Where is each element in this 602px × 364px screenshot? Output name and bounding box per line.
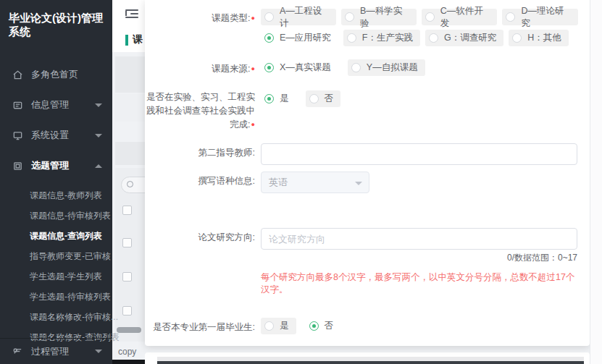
radio-topic-type-f[interactable]: F：生产实践 (343, 30, 420, 46)
topic-icon (12, 160, 23, 172)
char-counter: 0/数据范围：0~17 (261, 252, 577, 264)
field-label: 撰写语种信息: (145, 172, 261, 188)
process-icon (12, 346, 23, 357)
validation-hint: 每个研究方向最多8个汉字，最多写两个，以中英文分号分隔，总数不超过17个汉字。 (261, 271, 583, 296)
radio-label: E—应用研究 (280, 32, 331, 44)
field-label: 是否本专业第一届毕业生: (145, 318, 261, 334)
info-icon (12, 99, 23, 111)
radio-topic-type-a[interactable]: A—工程设计 (261, 9, 336, 25)
radio-label: H：其他 (527, 32, 561, 44)
radio-label: Y—自拟课题 (367, 62, 418, 74)
radio-label: 否 (325, 93, 334, 105)
sidebar-item-home[interactable]: 多角色首页 (0, 59, 112, 90)
radio-icon (429, 33, 438, 43)
radio-icon (264, 321, 274, 331)
submenu-item[interactable]: 课题名称修改-待审核... (0, 307, 112, 327)
radio-topic-type-c[interactable]: C—软件开发 (422, 9, 498, 25)
radio-checked-icon (309, 321, 319, 331)
radio-source-real-selected[interactable]: X—真实课题 (261, 59, 338, 76)
submenu-item[interactable]: 课题信息-待审核列表 (0, 206, 112, 226)
field-label: 是否在实验、实习、工程实践和社会调查等社会实践中完成:● (145, 90, 261, 132)
page-title-text: 课 (133, 33, 143, 46)
language-select[interactable]: 英语 (261, 172, 369, 193)
chevron-down-icon (95, 103, 102, 107)
research-direction-input[interactable] (261, 228, 577, 250)
form-row-practice: 是否在实验、实习、工程实践和社会调查等社会实践中完成:● 是 否 (145, 90, 583, 132)
radio-icon (425, 12, 435, 22)
radio-practice-yes-selected[interactable]: 是 (261, 90, 296, 107)
form-row-research-dir: 论文研究方向: 0/数据范围：0~17 每个研究方向最多8个汉字，最多写两个，以… (145, 228, 583, 296)
radio-topic-type-d[interactable]: D—理论研究 (502, 9, 578, 25)
horizontal-scrollbar-thumb[interactable] (117, 327, 141, 333)
radio-practice-no[interactable]: 否 (306, 90, 341, 107)
radio-checked-icon (264, 33, 274, 43)
language-select-value: 英语 (269, 176, 288, 189)
radio-label: 是 (280, 320, 289, 332)
radio-label: F：生产实践 (362, 32, 413, 44)
radio-topic-type-b[interactable]: B—科学实验 (341, 9, 417, 25)
sidebar-item-label: 多角色首页 (31, 68, 78, 81)
radio-label: D—理论研究 (521, 5, 571, 30)
chevron-down-icon (355, 182, 362, 185)
form-row-first-grad: 是否本专业第一届毕业生: 是 否 (145, 318, 583, 339)
radio-icon (309, 94, 319, 103)
radio-icon (506, 12, 515, 22)
title-accent-bar (125, 35, 128, 46)
radio-icon (351, 63, 361, 72)
radio-label: B—科学实验 (360, 5, 409, 30)
radio-label: C—软件开发 (440, 5, 490, 30)
sidebar-item-label: 系统设置 (31, 129, 69, 142)
radio-label: 是 (280, 93, 289, 105)
radio-topic-type-h[interactable]: H：其他 (509, 30, 569, 46)
submenu-topics: 课题信息-教师列表 课题信息-待审核列表 课题信息-查询列表 指导教师变更-已审… (0, 181, 112, 353)
row-checkbox[interactable] (122, 306, 132, 316)
radio-topic-type-e-selected[interactable]: E—应用研究 (261, 30, 338, 46)
row-checkbox[interactable] (122, 206, 132, 215)
radio-first-grad-no-selected[interactable]: 否 (306, 318, 341, 334)
radio-first-grad-yes[interactable]: 是 (261, 318, 296, 334)
field-label: 论文研究方向: (145, 228, 261, 245)
search-icon (127, 181, 133, 187)
form-row-topic-source: 课题来源:● X—真实课题 Y—自拟课题 (145, 59, 583, 80)
radio-label: 否 (325, 320, 334, 332)
sidebar-item-label: 选题管理 (31, 159, 69, 172)
radio-source-self[interactable]: Y—自拟课题 (348, 59, 425, 76)
sidebar-item-topics[interactable]: 选题管理 (0, 151, 112, 181)
submenu-item[interactable]: 学生选题-学生列表 (0, 266, 112, 287)
topic-edit-dialog: 课题类型:● A—工程设计 B—科学实验 C—软件开发 D—理论研究 E—应用研… (145, 0, 590, 346)
submenu-item[interactable]: 指导教师变更-已审核 (0, 246, 112, 266)
vertical-scrollbar[interactable] (590, 0, 602, 364)
row-checkbox[interactable] (122, 238, 132, 247)
sidebar: 毕业论文(设计)管理系统 多角色首页 信息管理 系统设置 选题 (0, 0, 112, 364)
radio-icon (345, 12, 354, 22)
radio-label: A—工程设计 (280, 5, 329, 30)
radio-topic-type-g[interactable]: G：调查研究 (425, 30, 503, 46)
required-dot: ● (251, 14, 255, 22)
copyright-text: copy (118, 347, 136, 357)
field-label: 课题来源:● (145, 59, 261, 76)
radio-icon (264, 12, 274, 22)
radio-label: X—真实课题 (280, 62, 331, 74)
form-row-language: 撰写语种信息: 英语 (145, 172, 583, 193)
radio-checked-icon (264, 94, 274, 103)
row-checkbox[interactable] (122, 272, 132, 282)
page-title: 课 (125, 33, 143, 46)
radio-checked-icon (264, 63, 274, 72)
radio-label: G：调查研究 (444, 32, 496, 44)
required-dot: ● (251, 121, 255, 128)
sidebar-item-label: 过程管理 (31, 345, 69, 358)
sidebar-item-process[interactable]: 过程管理 (0, 338, 112, 364)
submenu-item[interactable]: 学生选题-待审核列表 (0, 287, 112, 307)
radio-icon (512, 33, 522, 43)
sidebar-item-info[interactable]: 信息管理 (0, 90, 112, 120)
lower-panel (145, 352, 590, 364)
lower-panel-header-dark (157, 361, 584, 364)
submenu-item[interactable]: 课题信息-教师列表 (0, 185, 112, 206)
radio-icon (347, 33, 356, 43)
submenu-item-active[interactable]: 课题信息-查询列表 (0, 226, 112, 246)
sidebar-item-settings[interactable]: 系统设置 (0, 120, 112, 151)
second-advisor-input[interactable] (261, 143, 577, 165)
collapse-menu-icon[interactable] (125, 9, 138, 19)
field-label: 第二指导教师: (145, 143, 261, 160)
home-icon (12, 69, 23, 80)
